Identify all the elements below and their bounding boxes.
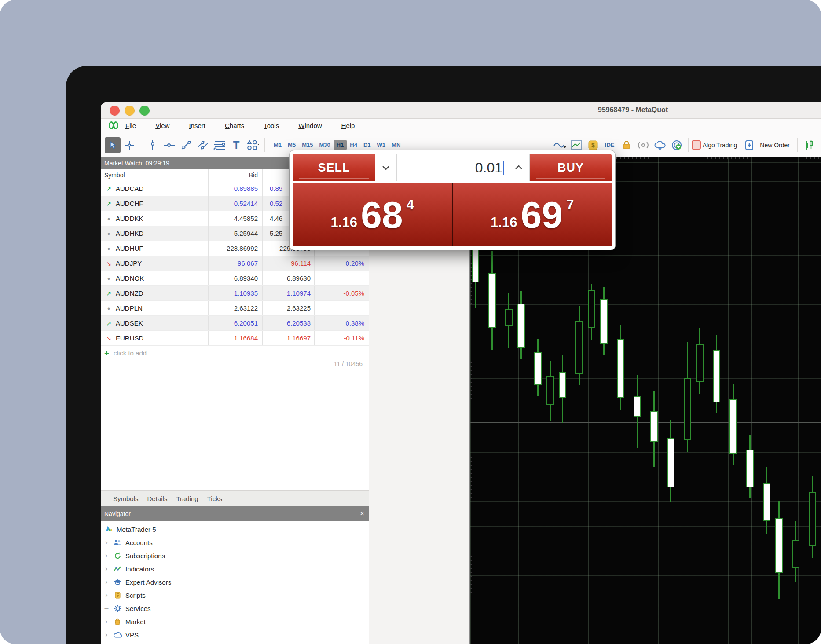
buy-pips: 69 [520,196,563,234]
ask-value: 96.114 [263,256,315,271]
market-watch-row-audsek[interactable]: ↗AUDSEK 6.20051 6.20538 0.38% [101,316,369,331]
horizontal-line-tool-icon[interactable] [161,137,177,153]
daily-change-value: 0.20% [315,256,369,271]
market-watch-row-audpln[interactable]: ●AUDPLN 2.63122 2.63225 [101,301,369,316]
timeframe-m30[interactable]: M30 [316,140,333,150]
menu-item-insert[interactable]: Insert [189,121,205,130]
timeframe-h1[interactable]: H1 [334,140,347,150]
candle-body [617,339,624,398]
bid-value: 2.63122 [209,301,263,315]
trend-arrow-icon: ● [104,246,113,251]
timeframe-m1[interactable]: M1 [271,140,285,150]
navigator-item-scripts[interactable]: › Scripts [101,589,369,602]
chevron-right-icon[interactable]: › [101,631,112,639]
chart-bars-icon[interactable] [801,137,817,153]
chevron-right-icon[interactable]: › [101,565,112,573]
buy-button[interactable]: BUY [530,154,612,181]
market-watch-row-eurusd[interactable]: ↘EURUSD 1.16684 1.16697 -0.11% [101,331,369,346]
click-to-add-row[interactable]: + click to add... [101,346,369,360]
chevron-right-icon[interactable]: › [101,552,112,560]
shapes-tool-icon[interactable] [245,137,261,153]
chevron-right-icon[interactable]: – [101,604,112,612]
tab-ticks[interactable]: Ticks [203,495,227,502]
signal-icon[interactable] [635,137,651,153]
cloud-icon[interactable] [652,137,668,153]
buy-price-panel[interactable]: 1.16 69 7 [453,183,612,246]
navigator-item-accounts[interactable]: › Accounts [101,536,369,549]
menu-item-charts[interactable]: Charts [225,121,244,130]
symbol-label: AUDPLN [116,304,143,312]
subscriptions-icon [112,552,123,560]
fibonacci-tool-icon[interactable] [212,137,227,153]
sell-price-panel[interactable]: 1.16 68 4 [293,183,452,246]
bid-value: 6.20051 [209,316,263,330]
column-symbol[interactable]: Symbol [101,169,209,181]
sell-big-figure: 1.16 [331,215,357,231]
chevron-right-icon[interactable]: › [101,538,112,546]
chevron-right-icon[interactable]: › [101,618,112,626]
chevron-right-icon[interactable]: › [101,591,112,599]
vertical-line-tool-icon[interactable] [145,137,161,153]
navigator-item-indicators[interactable]: › Indicators [101,562,369,575]
timeframe-m5[interactable]: M5 [285,140,299,150]
timeframe-mn[interactable]: MN [389,140,403,150]
close-window-button[interactable] [110,106,120,116]
candle-body [488,273,496,328]
menu-item-tools[interactable]: Tools [264,121,279,130]
daily-change-value [315,301,369,315]
services-icon [112,605,123,612]
tab-details[interactable]: Details [143,495,172,502]
market-watch-row-audnzd[interactable]: ↗AUDNZD 1.10935 1.10974 -0.05% [101,286,369,301]
bid-price-line [470,422,821,423]
new-order-label[interactable]: New Order [760,142,790,149]
navigator-item-expert-advisors[interactable]: › Expert Advisors [101,575,369,589]
trendline-tool-icon[interactable] [178,137,194,153]
navigator-item-label: Expert Advisors [125,578,171,586]
sell-button[interactable]: SELL [293,154,375,181]
market-watch-row-audnok[interactable]: ●AUDNOK 6.89340 6.89630 [101,271,369,286]
timeframe-w1[interactable]: W1 [374,140,389,150]
navigator-item-vps[interactable]: › VPS [101,628,369,641]
text-caret [503,161,504,175]
navigator-root-item[interactable]: MetaTrader 5 [101,523,369,536]
algo-trading-icon[interactable] [692,140,701,150]
close-icon[interactable]: × [360,509,364,518]
market-icon [112,618,123,625]
channel-tool-icon[interactable] [195,137,211,153]
volume-field[interactable]: 0.01 [397,154,508,181]
new-order-icon[interactable] [742,137,758,153]
menu-item-view[interactable]: View [155,121,169,130]
symbol-label: AUDCHF [116,200,143,207]
timeframe-m15[interactable]: M15 [299,140,316,150]
ask-value: 6.20538 [263,316,315,330]
text-tool-icon[interactable]: T [228,137,244,153]
column-bid[interactable]: Bid [209,169,263,181]
navigator-item-market[interactable]: › Market [101,615,369,628]
navigator-item-services[interactable]: – Services [101,602,369,615]
navigator-item-subscriptions[interactable]: › Subscriptions [101,549,369,562]
bid-value: 1.10935 [209,286,263,300]
symbol-label: AUDHUF [116,245,143,252]
buy-pipette: 7 [566,197,574,213]
volume-increase-button[interactable] [508,154,530,181]
tab-symbols[interactable]: Symbols [109,495,143,502]
vps-target-icon[interactable] [669,137,685,153]
volume-decrease-button[interactable] [375,154,397,181]
market-watch-row-audjpy[interactable]: ↘AUDJPY 96.067 96.114 0.20% [101,256,369,271]
chevron-right-icon[interactable]: › [101,578,112,586]
minimize-window-button[interactable] [125,106,135,116]
one-click-trading-popup: SELL 0.01 BUY 1.16 68 4 1.16 69 [290,150,615,250]
menu-item-window[interactable]: Window [298,121,322,130]
menu-item-file[interactable]: File [125,121,136,130]
candle-body [546,376,554,405]
timeframe-h4[interactable]: H4 [347,140,360,150]
menu-item-help[interactable]: Help [341,121,355,130]
crosshair-tool-icon[interactable] [121,137,137,153]
algo-trading-label[interactable]: Algo Trading [703,142,737,149]
ask-value: 6.89630 [263,271,315,285]
tab-trading[interactable]: Trading [172,495,202,502]
cursor-tool-icon[interactable] [105,137,121,153]
lock-icon[interactable] [619,137,634,153]
timeframe-d1[interactable]: D1 [360,140,374,150]
zoom-window-button[interactable] [139,106,150,116]
